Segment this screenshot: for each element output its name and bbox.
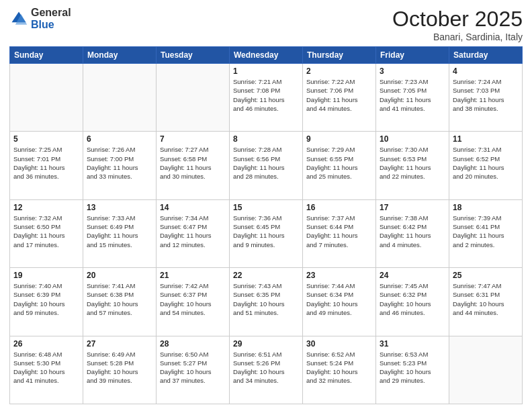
header-monday: Monday	[83, 47, 157, 64]
day-info: Sunrise: 7:45 AM Sunset: 6:32 PM Dayligh…	[380, 281, 445, 317]
day-number: 15	[233, 203, 299, 212]
calendar-cell: 30Sunrise: 6:52 AM Sunset: 5:24 PM Dayli…	[303, 336, 376, 404]
header: General Blue October 2025 Banari, Sardin…	[9, 7, 523, 42]
calendar-cell: 17Sunrise: 7:38 AM Sunset: 6:42 PM Dayli…	[376, 199, 449, 267]
calendar-cell: 23Sunrise: 7:44 AM Sunset: 6:34 PM Dayli…	[303, 268, 376, 336]
calendar-cell	[449, 336, 523, 404]
day-info: Sunrise: 7:43 AM Sunset: 6:35 PM Dayligh…	[233, 281, 299, 317]
day-number: 11	[453, 134, 519, 144]
day-info: Sunrise: 6:49 AM Sunset: 5:28 PM Dayligh…	[87, 350, 152, 385]
header-saturday: Saturday	[449, 47, 523, 64]
calendar-cell: 13Sunrise: 7:33 AM Sunset: 6:49 PM Dayli…	[83, 199, 157, 267]
calendar-cell: 11Sunrise: 7:31 AM Sunset: 6:52 PM Dayli…	[449, 132, 523, 199]
day-number: 21	[160, 271, 226, 280]
day-info: Sunrise: 7:21 AM Sunset: 7:08 PM Dayligh…	[233, 77, 299, 113]
day-number: 18	[453, 203, 519, 212]
day-info: Sunrise: 7:27 AM Sunset: 6:58 PM Dayligh…	[160, 145, 226, 181]
day-number: 13	[87, 203, 152, 212]
day-info: Sunrise: 7:32 AM Sunset: 6:50 PM Dayligh…	[13, 214, 79, 249]
day-number: 12	[13, 203, 79, 212]
day-info: Sunrise: 7:39 AM Sunset: 6:41 PM Dayligh…	[453, 214, 519, 249]
day-number: 8	[233, 134, 299, 144]
calendar-cell: 5Sunrise: 7:25 AM Sunset: 7:01 PM Daylig…	[10, 132, 83, 199]
day-number: 23	[306, 271, 372, 280]
day-info: Sunrise: 7:24 AM Sunset: 7:03 PM Dayligh…	[453, 77, 519, 113]
calendar-cell: 20Sunrise: 7:41 AM Sunset: 6:38 PM Dayli…	[83, 268, 157, 336]
day-info: Sunrise: 7:29 AM Sunset: 6:55 PM Dayligh…	[306, 145, 372, 181]
title-block: October 2025 Banari, Sardinia, Italy	[392, 7, 523, 42]
day-info: Sunrise: 7:22 AM Sunset: 7:06 PM Dayligh…	[306, 77, 372, 113]
day-number: 16	[306, 203, 372, 212]
day-info: Sunrise: 6:53 AM Sunset: 5:23 PM Dayligh…	[380, 350, 445, 385]
day-number: 7	[160, 134, 226, 144]
day-info: Sunrise: 7:42 AM Sunset: 6:37 PM Dayligh…	[160, 281, 226, 317]
calendar-cell: 27Sunrise: 6:49 AM Sunset: 5:28 PM Dayli…	[83, 336, 157, 404]
day-info: Sunrise: 7:30 AM Sunset: 6:53 PM Dayligh…	[380, 145, 445, 181]
title-month: October 2025	[392, 7, 523, 32]
title-location: Banari, Sardinia, Italy	[392, 32, 523, 42]
day-info: Sunrise: 6:52 AM Sunset: 5:24 PM Dayligh…	[306, 350, 372, 385]
day-number: 5	[13, 134, 79, 144]
calendar-week-1: 1Sunrise: 7:21 AM Sunset: 7:08 PM Daylig…	[10, 64, 523, 132]
day-info: Sunrise: 7:31 AM Sunset: 6:52 PM Dayligh…	[453, 145, 519, 181]
day-number: 31	[380, 339, 445, 349]
calendar-cell: 6Sunrise: 7:26 AM Sunset: 7:00 PM Daylig…	[83, 132, 157, 199]
calendar-table: Sunday Monday Tuesday Wednesday Thursday…	[9, 46, 523, 404]
day-info: Sunrise: 7:38 AM Sunset: 6:42 PM Dayligh…	[380, 214, 445, 249]
day-number: 14	[160, 203, 226, 212]
day-info: Sunrise: 7:23 AM Sunset: 7:05 PM Dayligh…	[380, 77, 445, 113]
calendar-cell: 8Sunrise: 7:28 AM Sunset: 6:56 PM Daylig…	[230, 132, 303, 199]
day-number: 17	[380, 203, 445, 212]
day-number: 22	[233, 271, 299, 280]
logo-general-text: General	[31, 7, 71, 19]
calendar-cell: 29Sunrise: 6:51 AM Sunset: 5:26 PM Dayli…	[230, 336, 303, 404]
header-friday: Friday	[376, 47, 449, 64]
calendar-header-row: Sunday Monday Tuesday Wednesday Thursday…	[10, 47, 523, 64]
header-wednesday: Wednesday	[230, 47, 303, 64]
day-number: 4	[453, 66, 519, 76]
header-thursday: Thursday	[303, 47, 376, 64]
calendar-cell: 14Sunrise: 7:34 AM Sunset: 6:47 PM Dayli…	[157, 199, 230, 267]
calendar-cell: 22Sunrise: 7:43 AM Sunset: 6:35 PM Dayli…	[230, 268, 303, 336]
day-number: 2	[306, 66, 372, 76]
calendar-cell: 10Sunrise: 7:30 AM Sunset: 6:53 PM Dayli…	[376, 132, 449, 199]
header-sunday: Sunday	[10, 47, 83, 64]
day-info: Sunrise: 7:40 AM Sunset: 6:39 PM Dayligh…	[13, 281, 79, 317]
day-info: Sunrise: 6:48 AM Sunset: 5:30 PM Dayligh…	[13, 350, 79, 385]
calendar-cell: 9Sunrise: 7:29 AM Sunset: 6:55 PM Daylig…	[303, 132, 376, 199]
day-info: Sunrise: 7:41 AM Sunset: 6:38 PM Dayligh…	[87, 281, 152, 317]
day-info: Sunrise: 6:50 AM Sunset: 5:27 PM Dayligh…	[160, 350, 226, 385]
calendar-week-5: 26Sunrise: 6:48 AM Sunset: 5:30 PM Dayli…	[10, 336, 523, 404]
day-number: 24	[380, 271, 445, 280]
day-number: 6	[87, 134, 152, 144]
day-number: 30	[306, 339, 372, 349]
calendar-cell: 26Sunrise: 6:48 AM Sunset: 5:30 PM Dayli…	[10, 336, 83, 404]
day-number: 9	[306, 134, 372, 144]
calendar-week-3: 12Sunrise: 7:32 AM Sunset: 6:50 PM Dayli…	[10, 199, 523, 267]
calendar-cell: 28Sunrise: 6:50 AM Sunset: 5:27 PM Dayli…	[157, 336, 230, 404]
calendar-cell: 1Sunrise: 7:21 AM Sunset: 7:08 PM Daylig…	[230, 64, 303, 132]
calendar-cell: 21Sunrise: 7:42 AM Sunset: 6:37 PM Dayli…	[157, 268, 230, 336]
calendar-cell: 19Sunrise: 7:40 AM Sunset: 6:39 PM Dayli…	[10, 268, 83, 336]
day-info: Sunrise: 7:33 AM Sunset: 6:49 PM Dayligh…	[87, 214, 152, 249]
day-number: 3	[380, 66, 445, 76]
day-number: 29	[233, 339, 299, 349]
day-info: Sunrise: 7:26 AM Sunset: 7:00 PM Dayligh…	[87, 145, 152, 181]
logo-icon	[9, 9, 28, 28]
calendar-week-4: 19Sunrise: 7:40 AM Sunset: 6:39 PM Dayli…	[10, 268, 523, 336]
calendar-cell: 3Sunrise: 7:23 AM Sunset: 7:05 PM Daylig…	[376, 64, 449, 132]
day-info: Sunrise: 7:36 AM Sunset: 6:45 PM Dayligh…	[233, 214, 299, 249]
calendar-cell: 18Sunrise: 7:39 AM Sunset: 6:41 PM Dayli…	[449, 199, 523, 267]
day-number: 28	[160, 339, 226, 349]
calendar-cell: 12Sunrise: 7:32 AM Sunset: 6:50 PM Dayli…	[10, 199, 83, 267]
day-number: 25	[453, 271, 519, 280]
day-info: Sunrise: 7:28 AM Sunset: 6:56 PM Dayligh…	[233, 145, 299, 181]
day-number: 19	[13, 271, 79, 280]
calendar-week-2: 5Sunrise: 7:25 AM Sunset: 7:01 PM Daylig…	[10, 132, 523, 199]
calendar-cell: 4Sunrise: 7:24 AM Sunset: 7:03 PM Daylig…	[449, 64, 523, 132]
logo-text: General Blue	[31, 7, 71, 30]
page: General Blue October 2025 Banari, Sardin…	[0, 0, 532, 411]
day-number: 20	[87, 271, 152, 280]
calendar-cell: 15Sunrise: 7:36 AM Sunset: 6:45 PM Dayli…	[230, 199, 303, 267]
header-tuesday: Tuesday	[157, 47, 230, 64]
